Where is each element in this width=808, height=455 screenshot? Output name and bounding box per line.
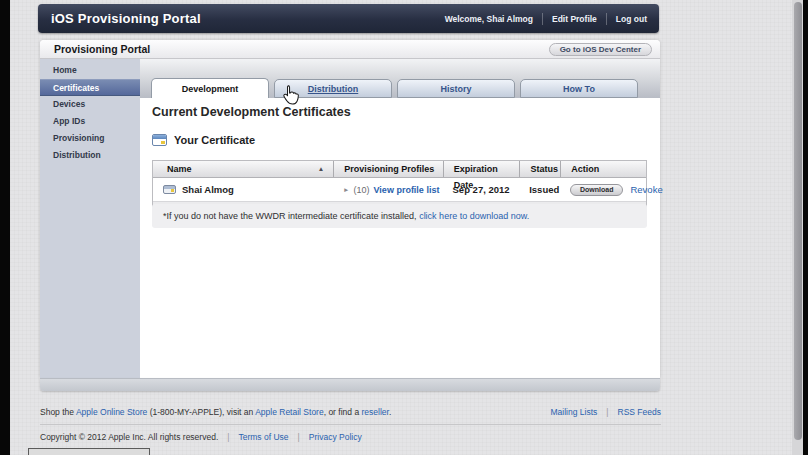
- app-title: iOS Provisioning Portal: [38, 11, 201, 26]
- navbar-separator: [542, 13, 543, 25]
- sidebar: Home Certificates Devices App IDs Provis…: [40, 59, 140, 378]
- portal-title: Provisioning Portal: [54, 43, 150, 55]
- panel-bottom-cap: [40, 378, 660, 391]
- footer-shop-line: Shop the Apple Online Store (1-800-MY-AP…: [40, 407, 661, 417]
- tab-history[interactable]: History: [397, 79, 515, 98]
- tab-how-to[interactable]: How To: [520, 79, 638, 98]
- panel-body: Home Certificates Devices App IDs Provis…: [40, 59, 660, 378]
- main-panel: Provisioning Portal Go to iOS Dev Center…: [40, 40, 660, 378]
- tab-distribution[interactable]: Distribution: [274, 79, 392, 98]
- column-header-action[interactable]: Action: [560, 161, 646, 177]
- navbar-right-group: Welcome, Shai Almog Edit Profile Log out: [445, 13, 659, 25]
- table-header: Name ▲ Provisioning Profiles Expiration …: [153, 161, 646, 178]
- column-header-name[interactable]: Name ▲: [153, 161, 333, 177]
- mailing-lists-link[interactable]: Mailing Lists: [551, 407, 598, 417]
- tab-strip: Development Distribution History How To: [140, 59, 660, 98]
- revoke-link[interactable]: Revoke: [630, 184, 662, 195]
- go-to-dev-center-button[interactable]: Go to iOS Dev Center: [549, 43, 652, 56]
- your-certificate-section: Your Certificate: [152, 134, 255, 146]
- cell-status: Issued: [519, 184, 560, 195]
- sidebar-item-home[interactable]: Home: [40, 62, 140, 79]
- cell-action: Download Revoke: [560, 184, 646, 196]
- scrollbar-track[interactable]: [792, 0, 803, 455]
- privacy-policy-link[interactable]: Privacy Policy: [309, 432, 362, 442]
- edit-profile-link[interactable]: Edit Profile: [552, 14, 597, 24]
- sort-ascending-icon[interactable]: ▲: [318, 161, 324, 177]
- column-header-expiration-date[interactable]: Expiration Date: [443, 161, 520, 177]
- tab-development[interactable]: Development: [151, 78, 269, 98]
- welcome-user-label: Welcome, Shai Almog: [445, 14, 533, 24]
- column-header-provisioning-profiles[interactable]: Provisioning Profiles: [333, 161, 443, 177]
- table-row: Shai Almog ► (10) View profile list Sep …: [153, 178, 646, 201]
- copyright-text: Copyright © 2012 Apple Inc. All rights r…: [40, 432, 218, 442]
- cell-name: Shai Almog: [153, 184, 333, 195]
- footer-right-links: Mailing Lists|RSS Feeds: [551, 407, 661, 417]
- disclosure-triangle-icon[interactable]: ►: [343, 186, 349, 193]
- rss-feeds-link[interactable]: RSS Feeds: [618, 407, 661, 417]
- wwdr-note: *If you do not have the WWDR intermediat…: [152, 204, 647, 228]
- top-navbar: iOS Provisioning Portal Welcome, Shai Al…: [38, 4, 659, 33]
- page-background: iOS Provisioning Portal Welcome, Shai Al…: [10, 0, 803, 455]
- footer-copyright-line: Copyright © 2012 Apple Inc. All rights r…: [40, 432, 362, 442]
- tabs: Development Distribution History How To: [151, 78, 643, 98]
- certificate-row-icon: [163, 185, 176, 194]
- page-title: Current Development Certificates: [152, 105, 351, 119]
- cell-provisioning-profiles: ► (10) View profile list: [333, 185, 442, 195]
- log-out-link[interactable]: Log out: [616, 14, 647, 24]
- view-profile-list-link[interactable]: View profile list: [374, 185, 440, 195]
- terms-of-use-link[interactable]: Terms of Use: [238, 432, 288, 442]
- apple-retail-store-link[interactable]: Apple Retail Store: [255, 407, 324, 417]
- wwdr-download-link[interactable]: click here to download now.: [419, 211, 529, 221]
- tab-content: Current Development Certificates Your Ce…: [140, 98, 660, 378]
- download-button[interactable]: Download: [570, 184, 623, 196]
- portal-header: Provisioning Portal Go to iOS Dev Center: [40, 40, 660, 59]
- shop-text: Shop the Apple Online Store (1-800-MY-AP…: [40, 407, 391, 417]
- certificate-icon: [152, 134, 167, 146]
- footer-divider: [40, 424, 661, 425]
- sidebar-item-devices[interactable]: Devices: [40, 96, 140, 113]
- scrollbar-thumb[interactable]: [794, 2, 802, 440]
- main-area: Development Distribution History How To …: [140, 59, 660, 378]
- sidebar-item-certificates[interactable]: Certificates: [40, 79, 140, 96]
- sidebar-item-provisioning[interactable]: Provisioning: [40, 130, 140, 147]
- column-header-status[interactable]: Status: [519, 161, 560, 177]
- apple-online-store-link[interactable]: Apple Online Store: [76, 407, 147, 417]
- profiles-count: (10): [354, 185, 370, 195]
- navbar-separator: [606, 13, 607, 25]
- section-title: Your Certificate: [174, 134, 255, 146]
- partial-obscured-element: [28, 448, 150, 455]
- sidebar-item-distribution[interactable]: Distribution: [40, 147, 140, 164]
- certificates-table: Name ▲ Provisioning Profiles Expiration …: [152, 160, 647, 207]
- sidebar-item-app-ids[interactable]: App IDs: [40, 113, 140, 130]
- reseller-link[interactable]: reseller: [361, 407, 388, 417]
- wwdr-note-text: *If you do not have the WWDR intermediat…: [163, 211, 419, 221]
